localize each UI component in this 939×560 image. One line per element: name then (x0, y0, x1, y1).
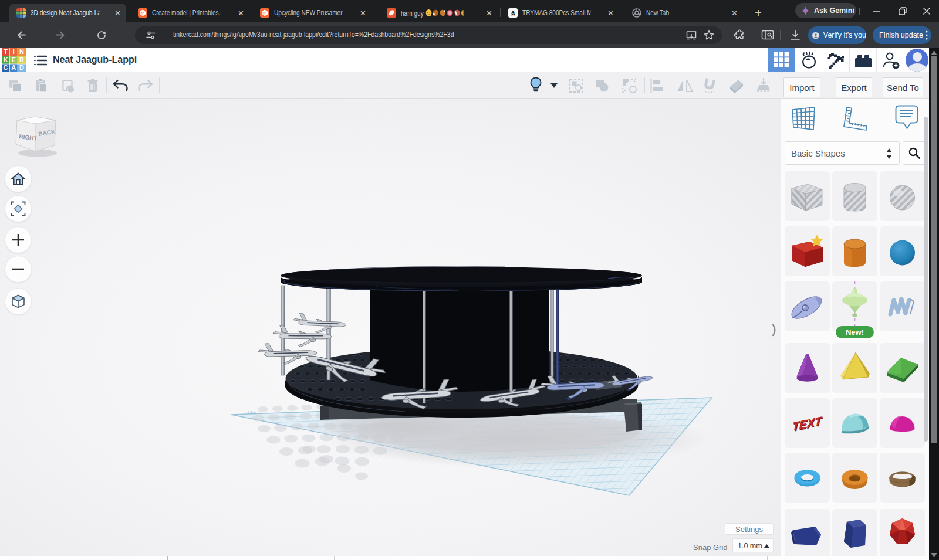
svg-text:I: I (13, 48, 15, 55)
svg-text:T: T (4, 48, 8, 55)
svg-text:a: a (511, 9, 515, 16)
svg-text:N: N (19, 48, 24, 55)
svg-text:E: E (12, 56, 16, 63)
svg-text:A: A (11, 64, 16, 71)
svg-text:C: C (4, 64, 8, 71)
svg-text:R: R (19, 56, 24, 63)
svg-text:K: K (4, 56, 8, 63)
svg-text:··ll·ll··· ˙·: ··ll·ll··· ˙· (245, 410, 260, 415)
svg-text:D: D (19, 64, 24, 71)
